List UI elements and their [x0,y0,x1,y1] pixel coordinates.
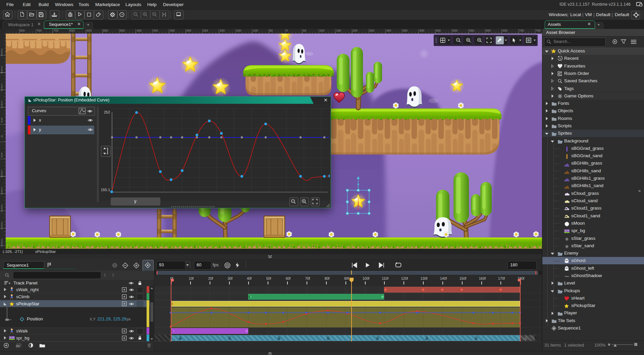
svg-text:?: ? [121,13,123,16]
